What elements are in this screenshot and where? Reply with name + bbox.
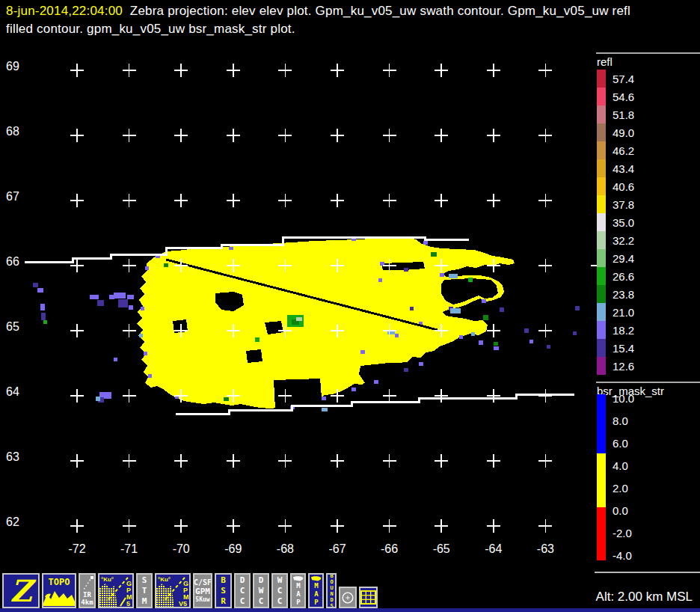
stm-button[interactable]: STM [136,573,153,608]
svg-text:67: 67 [6,190,19,203]
grid-icon [360,590,376,605]
svg-text:68: 68 [6,125,19,138]
ir-4km-button[interactable]: IR 4km [79,573,96,608]
bsr-colorbar-values: 10.08.06.04.02.00.0-2.0-4.0 [612,388,634,567]
gpm-swath-icon: °Ku° G P M 5 [99,575,132,607]
refl-colorbar-row: 23.8 [597,285,634,303]
refl-colorbar-title: refl [597,55,612,68]
svg-text:-70: -70 [173,542,190,555]
topo-button[interactable]: TOPO [42,573,76,608]
dwc-button[interactable]: DWC [253,573,269,608]
bsr-colorbar-swatches [597,394,606,560]
svg-text:-72: -72 [68,542,85,555]
svg-text:-68: -68 [277,542,294,555]
title-line2: filled contour. gpm_ku_v05_uw bsr_mask_s… [6,22,295,36]
refl-colorbar-row: 35.0 [597,213,634,231]
refl-colorbar-row: 32.2 [597,231,634,249]
svg-text:69: 69 [6,60,19,73]
refl-colorbar-row: 26.6 [597,267,634,285]
altitude-readout: Alt: 2.00 km MSL [596,590,693,605]
refl-colorbar-row: 12.6 [597,357,634,375]
refl-colorbar-row: 29.4 [597,249,634,267]
refl-colorbar-row: 15.4 [597,339,634,357]
refl-colorbar-row: 18.2 [597,321,634,339]
colorbar-panel: refl 57.454.651.849.046.243.440.637.835.… [596,43,700,572]
window-title: 8-jun-2014,22:04:00 Zebra projection: el… [0,0,700,40]
svg-text:64: 64 [6,385,19,398]
dcc-button[interactable]: DCC [234,573,251,608]
map-canvas[interactable]: 6968676665646362-72-71-70-69-68-67-66-65… [0,43,700,572]
svg-text:-67: -67 [328,542,346,555]
timestamp: 8-jun-2014,22:04:00 [6,4,123,18]
refl-colorbar-row: 54.6 [597,88,634,105]
svg-text:66: 66 [6,255,19,268]
refl-colorbar-row: 37.8 [597,195,634,213]
bottom-accent-strip [0,608,700,612]
refl-colorbar-row: 49.0 [597,123,634,141]
gpm-swath-icon: °Ku° G P M V5 [156,575,189,607]
map-plot-button[interactable]: MAP [308,573,324,608]
target-circle-icon [340,590,355,605]
refl-colorbar-row: 21.0 [597,303,634,321]
grid-table-button[interactable] [359,587,378,608]
usa-map-icon [292,575,305,582]
svg-text:5: 5 [126,600,130,607]
refl-colorbar-row: 43.4 [597,159,634,177]
svg-text:-63: -63 [537,542,554,555]
refl-colorbar-row: 46.2 [597,141,634,159]
refl-divider [596,52,700,54]
mountains-icon [43,587,75,606]
zebra-logo-icon: Z [10,575,31,607]
svg-text:-71: -71 [120,542,138,555]
svg-text:62: 62 [6,515,19,528]
map-overlay-button[interactable]: MAP [290,573,306,608]
locator-button[interactable] [339,587,357,608]
toolbar: Z TOPO IR 4km °Ku° G P M [2,573,378,608]
gpm-ku-5-button[interactable]: °Ku° G P M 5 [98,573,134,608]
refl-colorbar: 57.454.651.849.046.243.440.637.835.032.2… [597,70,634,375]
svg-text:-66: -66 [381,542,398,555]
satellite-trail-icon [80,576,94,591]
refl-colorbar-row: 40.6 [597,177,634,195]
bsr-button[interactable]: BSR [215,573,232,608]
bsr-divider [596,382,700,383]
svg-text:°Ku°: °Ku° [101,576,114,583]
zebra-home-button[interactable]: Z [2,573,40,608]
svg-text:-65: -65 [433,542,450,555]
usa-map-icon [310,575,323,582]
gpm-ku-v5-button[interactable]: °Ku° G P M V5 [155,573,191,608]
wcc-button[interactable]: WCC [271,573,288,608]
svg-text:65: 65 [6,320,19,333]
refl-colorbar-row: 51.8 [597,105,634,123]
svg-text:63: 63 [6,450,19,463]
bsr-mask-swath-fill [137,238,515,408]
svg-text:V5: V5 [179,600,187,607]
csf-gpm-button[interactable]: C/SF GPM 5Kuw [193,573,212,608]
refl-colorbar-row: 57.4 [597,70,634,88]
svg-text:°Ku°: °Ku° [158,576,171,583]
svg-text:-64: -64 [485,542,502,555]
svg-text:-69: -69 [224,542,242,555]
bounds-button[interactable]: BOUNDS [326,573,337,608]
title-line1: Zebra projection: elev elev plot. Gpm_ku… [130,4,630,18]
status-divider [595,572,700,573]
